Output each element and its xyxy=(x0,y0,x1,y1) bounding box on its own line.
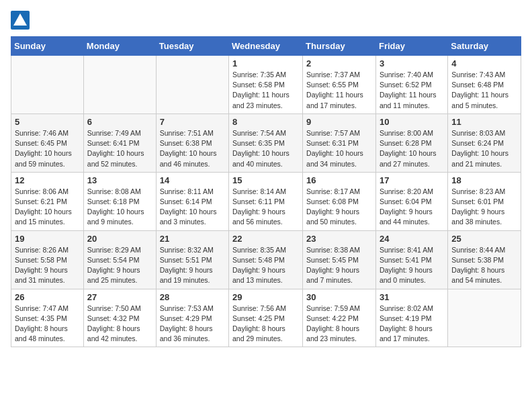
day-info: Sunrise: 8:29 AM Sunset: 5:54 PM Dayligh… xyxy=(87,245,152,286)
logo xyxy=(11,11,32,30)
calendar-cell: 18Sunrise: 8:23 AM Sunset: 6:01 PM Dayli… xyxy=(448,172,521,230)
calendar-cell: 30Sunrise: 7:59 AM Sunset: 4:22 PM Dayli… xyxy=(303,289,376,347)
calendar-cell: 12Sunrise: 8:06 AM Sunset: 6:21 PM Dayli… xyxy=(11,172,84,230)
day-number: 10 xyxy=(380,117,444,127)
calendar-cell: 14Sunrise: 8:11 AM Sunset: 6:14 PM Dayli… xyxy=(156,172,228,230)
weekday-header: Wednesday xyxy=(229,37,303,56)
day-number: 2 xyxy=(306,58,372,68)
calendar-cell: 22Sunrise: 8:35 AM Sunset: 5:48 PM Dayli… xyxy=(229,230,303,289)
day-info: Sunrise: 8:17 AM Sunset: 6:08 PM Dayligh… xyxy=(306,187,372,228)
day-info: Sunrise: 7:47 AM Sunset: 4:35 PM Dayligh… xyxy=(15,304,80,345)
day-info: Sunrise: 8:20 AM Sunset: 6:04 PM Dayligh… xyxy=(380,187,444,228)
calendar-cell xyxy=(156,56,228,114)
day-number: 19 xyxy=(15,234,80,244)
day-number: 29 xyxy=(232,292,299,302)
weekday-header: Saturday xyxy=(448,37,521,56)
day-info: Sunrise: 7:46 AM Sunset: 6:45 PM Dayligh… xyxy=(15,128,80,169)
calendar-week-row: 26Sunrise: 7:47 AM Sunset: 4:35 PM Dayli… xyxy=(11,289,521,347)
day-number: 6 xyxy=(87,117,152,127)
day-info: Sunrise: 7:56 AM Sunset: 4:25 PM Dayligh… xyxy=(232,304,299,345)
calendar-cell: 9Sunrise: 7:57 AM Sunset: 6:31 PM Daylig… xyxy=(303,113,376,172)
day-info: Sunrise: 7:54 AM Sunset: 6:35 PM Dayligh… xyxy=(232,128,299,169)
calendar-cell: 11Sunrise: 8:03 AM Sunset: 6:24 PM Dayli… xyxy=(448,113,521,172)
calendar-cell: 2Sunrise: 7:37 AM Sunset: 6:55 PM Daylig… xyxy=(303,56,376,114)
calendar-cell: 31Sunrise: 8:02 AM Sunset: 4:19 PM Dayli… xyxy=(375,289,447,347)
day-number: 21 xyxy=(160,234,225,244)
calendar-week-row: 19Sunrise: 8:26 AM Sunset: 5:58 PM Dayli… xyxy=(11,230,521,289)
weekday-header: Tuesday xyxy=(156,37,228,56)
calendar-cell xyxy=(83,56,156,114)
calendar-cell: 25Sunrise: 8:44 AM Sunset: 5:38 PM Dayli… xyxy=(448,230,521,289)
day-number: 1 xyxy=(232,58,299,68)
day-info: Sunrise: 8:02 AM Sunset: 4:19 PM Dayligh… xyxy=(380,304,444,345)
calendar-cell: 28Sunrise: 7:53 AM Sunset: 4:29 PM Dayli… xyxy=(156,289,228,347)
day-info: Sunrise: 8:14 AM Sunset: 6:11 PM Dayligh… xyxy=(232,187,299,228)
day-number: 17 xyxy=(380,175,444,185)
day-info: Sunrise: 7:37 AM Sunset: 6:55 PM Dayligh… xyxy=(306,70,372,111)
day-number: 3 xyxy=(380,58,444,68)
calendar-cell: 7Sunrise: 7:51 AM Sunset: 6:38 PM Daylig… xyxy=(156,113,228,172)
calendar-cell: 8Sunrise: 7:54 AM Sunset: 6:35 PM Daylig… xyxy=(229,113,303,172)
calendar-week-row: 5Sunrise: 7:46 AM Sunset: 6:45 PM Daylig… xyxy=(11,113,521,172)
day-info: Sunrise: 8:00 AM Sunset: 6:28 PM Dayligh… xyxy=(380,128,444,169)
calendar-cell: 23Sunrise: 8:38 AM Sunset: 5:45 PM Dayli… xyxy=(303,230,376,289)
weekday-header: Sunday xyxy=(11,37,84,56)
calendar-cell xyxy=(448,289,521,347)
day-info: Sunrise: 8:03 AM Sunset: 6:24 PM Dayligh… xyxy=(451,128,517,169)
day-number: 26 xyxy=(15,292,80,302)
day-number: 27 xyxy=(87,292,152,302)
day-info: Sunrise: 8:32 AM Sunset: 5:51 PM Dayligh… xyxy=(160,245,225,286)
calendar-cell: 17Sunrise: 8:20 AM Sunset: 6:04 PM Dayli… xyxy=(375,172,447,230)
day-info: Sunrise: 7:35 AM Sunset: 6:58 PM Dayligh… xyxy=(232,70,299,111)
day-info: Sunrise: 7:53 AM Sunset: 4:29 PM Dayligh… xyxy=(160,304,225,345)
day-info: Sunrise: 8:08 AM Sunset: 6:18 PM Dayligh… xyxy=(87,187,152,228)
calendar-cell: 20Sunrise: 8:29 AM Sunset: 5:54 PM Dayli… xyxy=(83,230,156,289)
day-info: Sunrise: 8:06 AM Sunset: 6:21 PM Dayligh… xyxy=(15,187,80,228)
day-number: 18 xyxy=(451,175,517,185)
day-info: Sunrise: 8:11 AM Sunset: 6:14 PM Dayligh… xyxy=(160,187,225,228)
day-number: 5 xyxy=(15,117,80,127)
calendar-cell: 3Sunrise: 7:40 AM Sunset: 6:52 PM Daylig… xyxy=(375,56,447,114)
day-number: 14 xyxy=(160,175,225,185)
page-header xyxy=(11,11,521,30)
day-number: 22 xyxy=(232,234,299,244)
day-info: Sunrise: 7:59 AM Sunset: 4:22 PM Dayligh… xyxy=(306,304,372,345)
day-info: Sunrise: 7:40 AM Sunset: 6:52 PM Dayligh… xyxy=(380,70,444,111)
day-number: 4 xyxy=(451,58,517,68)
day-info: Sunrise: 8:44 AM Sunset: 5:38 PM Dayligh… xyxy=(451,245,517,286)
day-info: Sunrise: 8:35 AM Sunset: 5:48 PM Dayligh… xyxy=(232,245,299,286)
calendar-cell: 26Sunrise: 7:47 AM Sunset: 4:35 PM Dayli… xyxy=(11,289,84,347)
weekday-header: Friday xyxy=(375,37,447,56)
day-number: 7 xyxy=(160,117,225,127)
day-number: 25 xyxy=(451,234,517,244)
day-number: 20 xyxy=(87,234,152,244)
calendar-cell xyxy=(11,56,84,114)
calendar-cell: 27Sunrise: 7:50 AM Sunset: 4:32 PM Dayli… xyxy=(83,289,156,347)
day-info: Sunrise: 7:50 AM Sunset: 4:32 PM Dayligh… xyxy=(87,304,152,345)
day-number: 15 xyxy=(232,175,299,185)
calendar-cell: 6Sunrise: 7:49 AM Sunset: 6:41 PM Daylig… xyxy=(83,113,156,172)
calendar-cell: 1Sunrise: 7:35 AM Sunset: 6:58 PM Daylig… xyxy=(229,56,303,114)
weekday-header: Monday xyxy=(83,37,156,56)
calendar-cell: 16Sunrise: 8:17 AM Sunset: 6:08 PM Dayli… xyxy=(303,172,376,230)
day-info: Sunrise: 7:43 AM Sunset: 6:48 PM Dayligh… xyxy=(451,70,517,111)
day-number: 12 xyxy=(15,175,80,185)
day-number: 31 xyxy=(380,292,444,302)
calendar-cell: 4Sunrise: 7:43 AM Sunset: 6:48 PM Daylig… xyxy=(448,56,521,114)
calendar-cell: 21Sunrise: 8:32 AM Sunset: 5:51 PM Dayli… xyxy=(156,230,228,289)
day-info: Sunrise: 8:26 AM Sunset: 5:58 PM Dayligh… xyxy=(15,245,80,286)
calendar-cell: 15Sunrise: 8:14 AM Sunset: 6:11 PM Dayli… xyxy=(229,172,303,230)
calendar-table: SundayMondayTuesdayWednesdayThursdayFrid… xyxy=(11,36,521,347)
day-number: 9 xyxy=(306,117,372,127)
day-info: Sunrise: 8:38 AM Sunset: 5:45 PM Dayligh… xyxy=(306,245,372,286)
day-number: 11 xyxy=(451,117,517,127)
logo-icon xyxy=(11,11,30,30)
day-info: Sunrise: 8:23 AM Sunset: 6:01 PM Dayligh… xyxy=(451,187,517,228)
calendar-cell: 13Sunrise: 8:08 AM Sunset: 6:18 PM Dayli… xyxy=(83,172,156,230)
day-number: 23 xyxy=(306,234,372,244)
calendar-week-row: 1Sunrise: 7:35 AM Sunset: 6:58 PM Daylig… xyxy=(11,56,521,114)
day-number: 13 xyxy=(87,175,152,185)
calendar-cell: 29Sunrise: 7:56 AM Sunset: 4:25 PM Dayli… xyxy=(229,289,303,347)
day-number: 24 xyxy=(380,234,444,244)
day-info: Sunrise: 7:49 AM Sunset: 6:41 PM Dayligh… xyxy=(87,128,152,169)
